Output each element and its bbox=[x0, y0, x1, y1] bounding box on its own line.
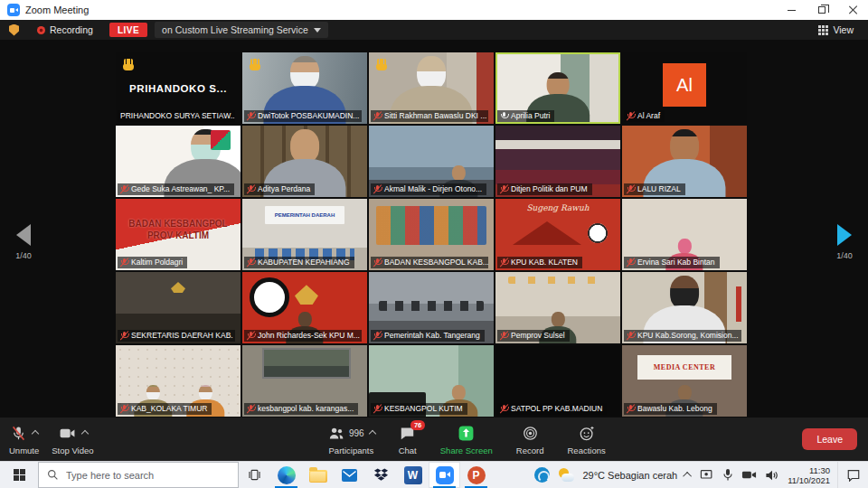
leave-button[interactable]: Leave bbox=[802, 428, 857, 450]
chevron-up-icon[interactable] bbox=[81, 429, 89, 436]
participant-tile[interactable]: LALU RIZAL bbox=[622, 126, 747, 197]
background-script-text: Sugeng Rawuh bbox=[495, 203, 620, 212]
taskbar-app-powerpoint[interactable]: P bbox=[460, 462, 492, 488]
participant-tile[interactable]: Akmal Malik - Dirjen Otono... bbox=[369, 126, 494, 197]
mic-on-icon bbox=[500, 111, 508, 121]
participant-name: kesbangpol kab. karangas... bbox=[258, 403, 354, 415]
share-screen-button[interactable]: Share Screen bbox=[440, 424, 493, 455]
microphone-tray-icon[interactable] bbox=[722, 468, 733, 482]
camera-tray-icon[interactable] bbox=[741, 469, 757, 481]
participant-nametag: kesbangpol kab. karangas... bbox=[244, 403, 358, 415]
participant-tile[interactable]: KPU Kab.Sorong, Komision... bbox=[622, 272, 747, 343]
participant-tile[interactable]: Al Al Araf bbox=[622, 52, 747, 124]
recording-label: Recording bbox=[50, 24, 93, 35]
participant-tile[interactable]: DwiTotok POSBAKUMADIN... bbox=[242, 52, 367, 124]
live-stream-dropdown[interactable]: on Custom Live Streaming Service bbox=[155, 22, 328, 38]
participant-tile[interactable]: Sugeng Rawuh KPU KAB. KLATEN bbox=[495, 199, 620, 270]
taskbar-clock[interactable]: 11:30 11/10/2021 bbox=[788, 465, 830, 485]
stop-video-button[interactable]: Stop Video bbox=[52, 424, 93, 455]
weather-widget[interactable]: 29°C Sebagian cerah bbox=[582, 470, 677, 481]
participant-nametag: Pemprov Sulsel bbox=[497, 330, 570, 342]
unmute-button[interactable]: Unmute bbox=[9, 424, 39, 455]
close-button[interactable] bbox=[837, 0, 868, 20]
reactions-smiley-icon bbox=[578, 425, 596, 442]
live-badge: LIVE bbox=[109, 23, 147, 37]
background-banner-text: MEDIA CENTER bbox=[637, 355, 732, 380]
participant-name: Kaltim Poldagri bbox=[131, 257, 183, 268]
participant-tile[interactable]: KESBANGPOL KUTIM bbox=[369, 345, 494, 417]
participant-nametag: Al Araf bbox=[624, 110, 665, 122]
participant-tile[interactable]: PEMERINTAH DAERAH KABUPATEN KEPAHIANG bbox=[242, 199, 367, 270]
participant-tile[interactable]: SATPOL PP KAB.MADIUN bbox=[495, 345, 620, 417]
chevron-up-icon[interactable] bbox=[368, 429, 375, 436]
participants-label: Participants bbox=[329, 446, 374, 455]
participant-name: KABUPATEN KEPAHIANG bbox=[258, 257, 350, 268]
start-button[interactable] bbox=[0, 462, 38, 488]
taskbar-app-word[interactable]: W bbox=[397, 462, 429, 488]
taskbar-app-file-explorer[interactable] bbox=[302, 462, 334, 488]
participant-tile[interactable]: BADAN KESBANGPOL PROV KALTIM Kaltim Pold… bbox=[116, 199, 241, 270]
share-screen-icon bbox=[458, 425, 475, 442]
display-tray-icon[interactable] bbox=[700, 468, 714, 482]
muted-mic-icon bbox=[247, 258, 255, 267]
view-button[interactable]: View bbox=[813, 23, 859, 37]
page-indicator: 1/40 bbox=[826, 251, 863, 260]
participant-tile-active-speaker[interactable]: Aprilia Putri bbox=[495, 52, 620, 124]
participant-name: Aprilia Putri bbox=[511, 110, 550, 122]
raised-hand-icon bbox=[250, 59, 260, 70]
muted-mic-icon bbox=[10, 425, 27, 442]
taskbar-app-edge[interactable] bbox=[270, 462, 302, 488]
taskbar-app-zoom[interactable] bbox=[429, 462, 460, 488]
maximize-button[interactable] bbox=[807, 0, 837, 20]
tray-expand-chevron-icon[interactable] bbox=[683, 472, 692, 481]
action-center-button[interactable] bbox=[837, 462, 868, 488]
reactions-button[interactable]: Reactions bbox=[567, 424, 605, 455]
taskbar-app-dropbox[interactable] bbox=[365, 462, 397, 488]
participant-tile[interactable]: PRIHANDOKO S... PRIHANDOKO SURYA SETIAW.… bbox=[116, 52, 241, 124]
participant-tile[interactable]: Gede Suka Astreawan_ KP... bbox=[116, 126, 241, 197]
participant-nametag: Gede Suka Astreawan_ KP... bbox=[118, 183, 234, 195]
meeting-infobar: Recording LIVE on Custom Live Streaming … bbox=[0, 20, 868, 40]
minimize-button[interactable] bbox=[776, 0, 807, 20]
speaker-tray-icon[interactable] bbox=[765, 469, 779, 482]
task-view-button[interactable] bbox=[239, 462, 270, 488]
participant-nametag: Bawaslu Kab. Lebong bbox=[624, 403, 717, 415]
participant-tile[interactable]: Sitti Rakhman Bawaslu DKI ... bbox=[369, 52, 494, 124]
chat-button[interactable]: 76 Chat bbox=[399, 424, 417, 455]
next-page-arrow-icon[interactable] bbox=[837, 224, 852, 246]
tray-app-icon[interactable] bbox=[534, 467, 550, 483]
participant-tile[interactable]: MEDIA CENTER Bawaslu Kab. Lebong bbox=[622, 345, 747, 417]
participant-tile[interactable]: KAB_KOLAKA TIMUR bbox=[116, 345, 241, 417]
participants-button[interactable]: 996 Participants bbox=[327, 424, 375, 455]
taskbar-app-mail[interactable] bbox=[334, 462, 365, 488]
window-title: Zoom Meeting bbox=[25, 5, 89, 15]
dropbox-icon bbox=[373, 467, 390, 483]
participant-tile[interactable]: Pemerintah Kab. Tangerang bbox=[369, 272, 494, 343]
chevron-up-icon[interactable] bbox=[32, 429, 39, 436]
participant-nametag: KPU Kab.Sorong, Komision... bbox=[624, 330, 741, 342]
participant-tile[interactable]: Ditjen Politik dan PUM bbox=[495, 126, 620, 197]
participant-tile[interactable]: Ervina Sari Kab Bintan bbox=[622, 199, 747, 270]
participant-tile[interactable]: John Richardes-Sek KPU M... bbox=[242, 272, 367, 343]
participant-tile[interactable]: kesbangpol kab. karangas... bbox=[242, 345, 367, 417]
taskbar-search[interactable] bbox=[38, 462, 239, 488]
participant-name: Ditjen Politik dan PUM bbox=[511, 183, 588, 195]
participants-count: 996 bbox=[349, 428, 364, 438]
muted-mic-icon bbox=[247, 184, 255, 194]
previous-page-arrow-icon[interactable] bbox=[16, 224, 31, 246]
share-screen-label: Share Screen bbox=[440, 446, 493, 455]
participant-tile[interactable]: BADAN KESBANGPOL KAB... bbox=[369, 199, 494, 270]
next-page-control[interactable]: 1/40 bbox=[826, 224, 863, 260]
search-input[interactable] bbox=[66, 470, 211, 481]
record-button[interactable]: Record bbox=[516, 424, 544, 455]
previous-page-control[interactable]: 1/40 bbox=[5, 224, 42, 260]
participant-nametag: KABUPATEN KEPAHIANG bbox=[244, 257, 354, 268]
participant-tile[interactable]: Pemprov Sulsel bbox=[495, 272, 620, 343]
participant-tile[interactable]: Aditya Perdana bbox=[242, 126, 367, 197]
participant-name: Akmal Malik - Dirjen Otono... bbox=[384, 183, 482, 195]
encryption-shield-icon[interactable] bbox=[9, 24, 19, 36]
participant-nametag: PRIHANDOKO SURYA SETIAW... bbox=[118, 110, 235, 122]
action-center-icon bbox=[846, 468, 861, 482]
participant-tile[interactable]: SEKRETARIS DAERAH KAB. ... bbox=[116, 272, 241, 343]
weather-partly-cloudy-icon[interactable] bbox=[558, 468, 574, 483]
